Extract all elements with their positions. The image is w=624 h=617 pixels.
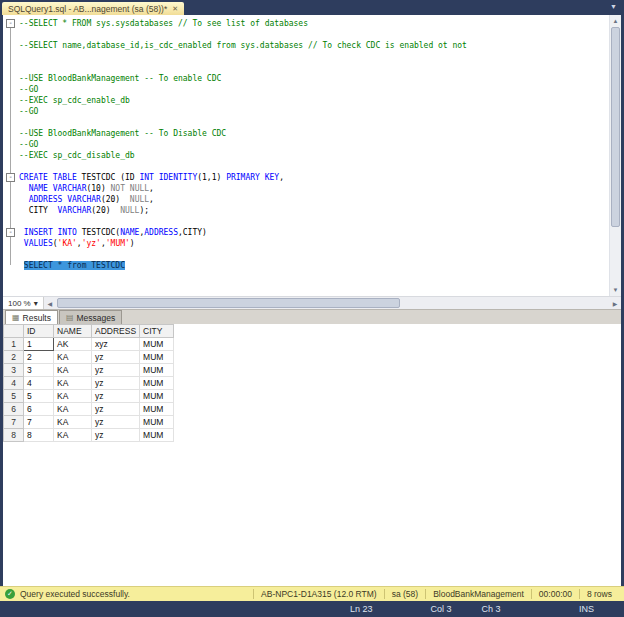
row-header[interactable]: 5 bbox=[4, 390, 24, 403]
code-line[interactable]: --USE BloodBankManagement -- To Disable … bbox=[3, 128, 609, 139]
horizontal-scroll-thumb[interactable] bbox=[57, 298, 400, 308]
grid-column-header[interactable]: NAME bbox=[54, 325, 92, 338]
code-line[interactable]: -CREATE TABLE TESTCDC (ID INT IDENTITY(1… bbox=[3, 172, 609, 183]
grid-cell[interactable]: yz bbox=[92, 403, 140, 416]
scroll-right-icon[interactable]: ▶ bbox=[609, 300, 621, 307]
grid-cell[interactable]: 1 bbox=[24, 338, 54, 351]
code-line[interactable]: ---SELECT * FROM sys.sysdatabases // To … bbox=[3, 18, 609, 29]
grid-cell[interactable]: MUM bbox=[140, 377, 174, 390]
code-line[interactable]: CITY VARCHAR(20) NULL); bbox=[3, 205, 609, 216]
scroll-up-icon[interactable]: ▲ bbox=[610, 15, 621, 27]
grid-column-header[interactable]: ID bbox=[24, 325, 54, 338]
grid-cell[interactable]: 5 bbox=[24, 390, 54, 403]
grid-column-header[interactable]: CITY bbox=[140, 325, 174, 338]
code-line[interactable] bbox=[3, 29, 609, 40]
code-token: --GO bbox=[19, 85, 38, 94]
row-header[interactable]: 7 bbox=[4, 416, 24, 429]
code-line[interactable] bbox=[3, 117, 609, 128]
code-text: --EXEC sp_cdc_enable_db bbox=[19, 95, 130, 106]
grid-cell[interactable]: yz bbox=[92, 429, 140, 442]
fold-toggle[interactable]: - bbox=[3, 227, 19, 238]
row-header[interactable]: 2 bbox=[4, 351, 24, 364]
code-line[interactable]: --GO bbox=[3, 84, 609, 95]
grid-cell[interactable]: KA bbox=[54, 351, 92, 364]
code-token: (20) bbox=[91, 206, 120, 215]
grid-cell[interactable]: AK bbox=[54, 338, 92, 351]
chevron-down-icon[interactable]: ▼ bbox=[610, 3, 617, 10]
code-line[interactable]: --GO bbox=[3, 106, 609, 117]
code-line[interactable] bbox=[3, 216, 609, 227]
grid-cell[interactable]: MUM bbox=[140, 416, 174, 429]
row-header[interactable]: 4 bbox=[4, 377, 24, 390]
grid-cell[interactable]: KA bbox=[54, 416, 92, 429]
row-header[interactable]: 3 bbox=[4, 364, 24, 377]
grid-cell[interactable]: KA bbox=[54, 377, 92, 390]
fold-minus-icon[interactable]: - bbox=[6, 173, 15, 182]
grid-cell[interactable]: 3 bbox=[24, 364, 54, 377]
vertical-scroll-track[interactable] bbox=[610, 227, 621, 284]
code-line[interactable] bbox=[3, 161, 609, 172]
row-header[interactable]: 8 bbox=[4, 429, 24, 442]
grid-cell[interactable]: xyz bbox=[92, 338, 140, 351]
grid-cell[interactable]: 4 bbox=[24, 377, 54, 390]
grid-cell[interactable]: 7 bbox=[24, 416, 54, 429]
gutter-margin bbox=[3, 183, 19, 194]
code-line[interactable]: --SELECT name,database_id,is_cdc_enabled… bbox=[3, 40, 609, 51]
code-line[interactable]: ADDRESS VARCHAR(20) NULL, bbox=[3, 194, 609, 205]
code-area[interactable]: ---SELECT * FROM sys.sysdatabases // To … bbox=[3, 15, 609, 296]
code-line[interactable]: --EXEC sp_cdc_disable_db bbox=[3, 150, 609, 161]
grid-cell[interactable]: KA bbox=[54, 390, 92, 403]
grid-cell[interactable]: 6 bbox=[24, 403, 54, 416]
tab-results[interactable]: ▦ Results bbox=[5, 310, 58, 324]
grid-cell[interactable]: MUM bbox=[140, 338, 174, 351]
row-header[interactable]: 6 bbox=[4, 403, 24, 416]
code-line[interactable]: --EXEC sp_cdc_enable_db bbox=[3, 95, 609, 106]
code-line[interactable] bbox=[3, 62, 609, 73]
grid-cell[interactable]: yz bbox=[92, 416, 140, 429]
ssms-window: SQLQuery1.sql - AB...nagement (sa (58))*… bbox=[0, 0, 624, 617]
grid-column-header[interactable]: ADDRESS bbox=[92, 325, 140, 338]
grid-cell[interactable]: KA bbox=[54, 403, 92, 416]
tab-messages[interactable]: ▤ Messages bbox=[59, 310, 122, 324]
code-line[interactable] bbox=[3, 51, 609, 62]
fold-toggle[interactable]: - bbox=[3, 172, 19, 183]
code-line[interactable] bbox=[3, 249, 609, 260]
grid-cell[interactable]: 2 bbox=[24, 351, 54, 364]
grid-cell[interactable]: KA bbox=[54, 364, 92, 377]
fold-minus-icon[interactable]: - bbox=[6, 228, 15, 237]
document-tab[interactable]: SQLQuery1.sql - AB...nagement (sa (58))*… bbox=[2, 2, 184, 15]
vertical-scroll-thumb[interactable] bbox=[611, 27, 620, 227]
row-header[interactable]: 1 bbox=[4, 338, 24, 351]
code-line[interactable]: NAME VARCHAR(10) NOT NULL, bbox=[3, 183, 609, 194]
grid-cell[interactable]: yz bbox=[92, 351, 140, 364]
zoom-control[interactable]: 100 % ▾ bbox=[3, 297, 44, 310]
scroll-left-icon[interactable]: ◀ bbox=[44, 300, 56, 307]
grid-cell[interactable]: MUM bbox=[140, 364, 174, 377]
code-line[interactable]: --GO bbox=[3, 139, 609, 150]
code-line[interactable]: SELECT * from TESTCDC bbox=[3, 260, 609, 271]
grid-cell[interactable]: MUM bbox=[140, 429, 174, 442]
grid-cell[interactable]: yz bbox=[92, 390, 140, 403]
fold-minus-icon[interactable]: - bbox=[6, 19, 15, 28]
grid-cell[interactable]: 8 bbox=[24, 429, 54, 442]
grid-cell[interactable]: MUM bbox=[140, 351, 174, 364]
code-line[interactable]: VALUES('KA','yz','MUM') bbox=[3, 238, 609, 249]
code-line[interactable]: - INSERT INTO TESTCDC(NAME,ADDRESS,CITY) bbox=[3, 227, 609, 238]
code-text: INSERT INTO TESTCDC(NAME,ADDRESS,CITY) bbox=[19, 227, 207, 238]
grid-corner-cell[interactable] bbox=[4, 325, 24, 338]
grid-cell[interactable]: MUM bbox=[140, 390, 174, 403]
insert-mode-indicator: INS bbox=[579, 604, 594, 614]
vertical-scrollbar[interactable]: ▲ ▼ bbox=[609, 15, 621, 296]
grid-cell[interactable]: KA bbox=[54, 429, 92, 442]
status-rowcount: 8 rows bbox=[579, 589, 619, 599]
horizontal-scrollbar[interactable] bbox=[56, 297, 609, 310]
code-line[interactable]: --USE BloodBankManagement -- To enable C… bbox=[3, 73, 609, 84]
grid-cell[interactable]: yz bbox=[92, 377, 140, 390]
code-lines: ---SELECT * FROM sys.sysdatabases // To … bbox=[3, 18, 609, 271]
close-icon[interactable]: ✕ bbox=[172, 5, 178, 13]
scroll-down-icon[interactable]: ▼ bbox=[610, 284, 621, 296]
grid-cell[interactable]: MUM bbox=[140, 403, 174, 416]
fold-toggle[interactable]: - bbox=[3, 18, 19, 29]
selected-text[interactable]: SELECT * from TESTCDC bbox=[24, 261, 125, 270]
grid-cell[interactable]: yz bbox=[92, 364, 140, 377]
